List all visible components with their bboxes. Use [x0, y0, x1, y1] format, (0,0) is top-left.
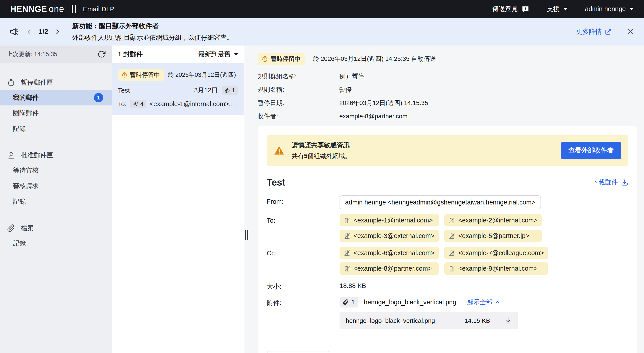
sidebar-section-paused-mailbox: 暫停郵件匣	[0, 75, 112, 90]
mail-date: 3月12日	[194, 86, 218, 95]
timer-icon	[262, 56, 268, 62]
recipients-preview: <example-1@internal.com>,…	[150, 100, 238, 108]
feedback-label: 傳送意見	[492, 5, 518, 14]
paperclip-icon	[343, 299, 349, 305]
recipient-address: <example-7@colleague.com>	[458, 249, 544, 257]
mail-subject: Test	[118, 87, 130, 94]
panel-resize-handle[interactable]	[245, 230, 250, 240]
paperclip-icon	[225, 88, 230, 93]
to-row: To: <example-1@internal.com>	[267, 214, 628, 242]
users-icon	[133, 101, 138, 107]
file-name: hennge_logo_black_vertical.png	[346, 317, 464, 324]
view-external-recipients-button[interactable]: 查看外部收件者	[561, 142, 621, 160]
product-name: Email DLP	[83, 5, 114, 13]
nav-item-label: 記錄	[13, 239, 26, 248]
show-all-label: 顯示全部	[468, 298, 492, 306]
sidebar-item-pending-review[interactable]: 等待審核	[0, 163, 112, 178]
download-mail-label: 下載郵件	[592, 178, 618, 187]
field-value: 暫停	[339, 86, 352, 94]
download-mail-link[interactable]: 下載郵件	[592, 178, 628, 187]
warning-title: 請慎謹共享敏感資訊	[292, 141, 351, 150]
to-label: To:	[267, 214, 340, 224]
nav-item-label: 記錄	[13, 124, 26, 133]
attachment-count: 1	[351, 298, 355, 306]
feedback-bubble-icon	[522, 5, 530, 13]
body-view-switcher: 純文字 HTML	[267, 351, 330, 353]
size-label: 大小:	[267, 280, 340, 291]
timer-icon	[7, 78, 15, 86]
more-details-link[interactable]: 更多詳情	[576, 27, 612, 36]
attachment-count-pill: 1	[340, 297, 358, 308]
section-label: 批准郵件匣	[21, 151, 53, 160]
mail-content-card: 請慎謹共享敏感資訊 共有5個組織外網域。 查看外部收件者 Test 下載郵件 F…	[258, 126, 637, 353]
user-name: admin hennge	[585, 5, 626, 13]
sidebar: 上次更新: 14:15:35 暫停郵件匣 我的郵件 1 團隊郵	[0, 46, 112, 353]
recipient-chip: <example-1@internal.com>	[340, 214, 439, 226]
chevron-right-icon[interactable]	[54, 28, 60, 35]
attachment-count-pill: 1	[222, 86, 238, 95]
file-size: 14.15 KB	[464, 317, 490, 324]
status-badge: 暫時停留中	[258, 52, 305, 65]
show-all-toggle[interactable]: 顯示全部	[468, 298, 500, 306]
external-org-icon	[448, 265, 455, 272]
attachments-row: 附件: 1 hennge_logo_black_vertical.png 顯示全…	[267, 296, 628, 308]
support-menu[interactable]: 支援	[547, 5, 568, 14]
field-value: 例）暫停	[339, 72, 364, 80]
size-value: 18.88 KB	[340, 280, 366, 290]
nav-item-label: 記錄	[13, 197, 26, 206]
pager-count: 1/2	[39, 28, 48, 36]
recipient-chip: <example-6@external.com>	[340, 247, 439, 259]
external-org-icon	[448, 217, 455, 224]
announcement-pager: 1/2	[26, 28, 60, 36]
sidebar-item-files-log[interactable]: 記錄	[0, 236, 112, 251]
size-row: 大小: 18.88 KB	[267, 280, 628, 291]
external-org-icon	[448, 233, 455, 239]
nav-item-label: 團隊郵件	[13, 109, 39, 118]
sort-label: 最新到最舊	[198, 50, 230, 59]
last-updated-label: 上次更新: 14:15:35	[7, 50, 57, 58]
sidebar-item-paused-log[interactable]: 記錄	[0, 121, 112, 136]
refresh-icon[interactable]	[98, 50, 106, 58]
external-org-icon	[344, 217, 350, 224]
attachment-name: hennge_logo_black_vertical.png	[364, 298, 456, 306]
recipient-chip: <example-3@external.com>	[340, 230, 439, 242]
sidebar-item-approval-log[interactable]: 記錄	[0, 194, 112, 209]
hennge-one-logo[interactable]: HENNGE one	[10, 4, 64, 14]
recipient-address: <example-6@external.com>	[354, 249, 434, 257]
mail-subject-title: Test	[267, 177, 285, 188]
recipient-count: 4	[140, 100, 144, 108]
attachment-file-row: hennge_logo_black_vertical.png 14.15 KB	[340, 312, 518, 329]
recipient-address: <example-5@partner.jp>	[458, 232, 530, 240]
field-label: 收件者:	[258, 112, 339, 120]
warning-triangle-icon	[274, 145, 284, 156]
external-org-icon	[448, 250, 455, 256]
nav-item-label: 審核請求	[13, 182, 39, 190]
user-menu[interactable]: admin hennge	[585, 5, 634, 13]
feedback-button[interactable]: 傳送意見	[492, 5, 530, 14]
mail-list-item-selected[interactable]: 暫時停留中 於 2026年03月12日(週四) 14… Test 3月12日 1	[112, 63, 244, 115]
unread-count-badge: 1	[94, 93, 103, 102]
sort-dropdown[interactable]: 最新到最舊	[198, 50, 238, 59]
caret-down-icon	[629, 8, 634, 10]
field-label: 暫停日期:	[258, 99, 339, 107]
close-icon[interactable]	[626, 28, 635, 36]
attachment-count: 1	[232, 87, 235, 94]
recipient-chip: <example-2@internal.com>	[444, 214, 542, 226]
sidebar-item-my-mail[interactable]: 我的郵件 1	[0, 90, 112, 106]
chevron-left-icon[interactable]	[26, 28, 33, 35]
sidebar-item-team-mail[interactable]: 團隊郵件	[0, 106, 112, 121]
download-icon	[621, 179, 628, 186]
external-link-icon	[605, 28, 612, 35]
cc-label: Cc:	[267, 247, 340, 257]
chevron-up-icon	[494, 299, 500, 305]
download-icon[interactable]	[505, 318, 512, 324]
mail-list-panel: 1 封郵件 最新到最舊 暫時停留中 於 2026年03月12日(週四) 14… …	[112, 46, 244, 353]
sidebar-item-review-requests[interactable]: 審核請求	[0, 178, 112, 194]
recipient-row: 收件者: example-8@partner.com	[258, 112, 637, 120]
auto-send-time: 於 2026年03月12日(週四) 14:25:35 自動傳送	[313, 54, 436, 63]
rule-name-row: 規則名稱: 暫停	[258, 86, 637, 94]
from-label: From:	[267, 195, 340, 205]
topbar: HENNGE one Email DLP 傳送意見 支援 admin henng…	[0, 0, 644, 18]
recipient-address: <example-9@internal.com>	[458, 265, 538, 272]
announcement-banner: 1/2 新功能：醒目顯示外部收件者 外部收件人現已醒目顯示並依網域分組，以便仔細…	[0, 18, 644, 46]
